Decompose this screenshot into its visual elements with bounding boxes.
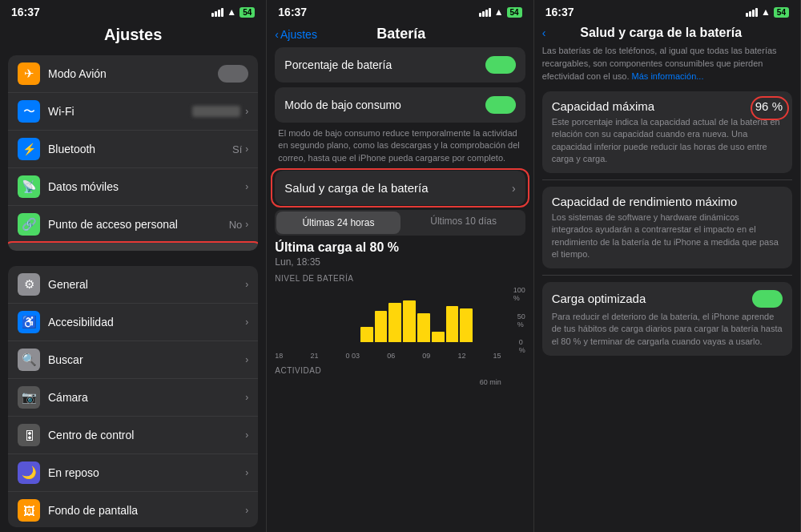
accesibilidad-icon: ♿ — [18, 311, 40, 333]
item-wifi[interactable]: 〜 Wi-Fi › — [8, 93, 258, 131]
rendimiento-desc: Los sistemas de software y hardware diná… — [552, 212, 783, 261]
status-bar-2: 16:37 ▲ 54 — [267, 0, 533, 22]
bluetooth-value: Sí — [232, 143, 242, 155]
item-bateria[interactable]: 🔋 Batería › — [8, 244, 258, 251]
settings-group-top: ✈ Modo Avión 〜 Wi-Fi › ⚡ Bluetooth Sí › … — [8, 55, 258, 251]
time-1: 16:37 — [11, 6, 40, 18]
tab-10d[interactable]: Últimos 10 días — [402, 210, 525, 236]
avion-icon: ✈ — [18, 62, 40, 85]
chart-bars-container — [275, 286, 525, 342]
panel-salud: 16:37 ▲ 54 ‹ Salud y carga de la batería… — [534, 0, 801, 532]
item-fondo[interactable]: 🖼 Fondo de pantalla › — [8, 492, 258, 527]
mas-info-link[interactable]: Más información... — [632, 71, 704, 81]
nav-bar-3: ‹ Salud y carga de la batería — [534, 22, 800, 45]
punto-chevron: › — [245, 219, 248, 230]
chart-50: 50 % — [517, 312, 525, 328]
axis-03: 0 03 — [346, 352, 360, 360]
camara-label: Cámara — [48, 391, 245, 404]
chart-axis: 18 21 0 03 06 09 12 15 — [275, 352, 525, 360]
signal-icon-2 — [479, 8, 491, 17]
control-label: Centro de control — [48, 429, 245, 441]
item-buscar[interactable]: 🔍 Buscar › — [8, 341, 258, 379]
back-label-2: Ajustes — [280, 28, 317, 41]
wifi-icon-item: 〜 — [18, 100, 40, 123]
item-reposo[interactable]: 🌙 En reposo › — [8, 454, 258, 492]
bajo-desc: El modo de bajo consumo reduce temporalm… — [275, 127, 525, 171]
chart-bar-item — [388, 303, 401, 342]
status-bar-3: 16:37 ▲ 54 — [534, 0, 800, 22]
axis-06: 06 — [387, 352, 395, 360]
carga-opt-title: Carga optimizada — [552, 292, 752, 305]
carga-opt-desc: Para reducir el deterioro de la batería,… — [552, 311, 783, 348]
time-tabs: Últimas 24 horas Últimos 10 días — [275, 210, 525, 236]
page-title-salud: Salud y carga de la batería — [545, 26, 776, 40]
chart-bar-item — [446, 306, 459, 343]
rendimiento-title: Capacidad de rendimiento máximo — [552, 195, 783, 208]
fondo-icon: 🖼 — [18, 499, 40, 522]
chart-title: NIVEL DE BATERÍA — [275, 274, 525, 283]
section-carga-opt: Carga optimizada Para reducir el deterio… — [542, 282, 792, 356]
general-icon: ⚙ — [18, 273, 40, 296]
capacidad-max-title: Capacidad máxima — [552, 99, 755, 113]
battery-chart: 100 % 50 % 0 % — [275, 286, 525, 350]
divider-1 — [542, 179, 792, 180]
item-camara[interactable]: 📷 Cámara › — [8, 379, 258, 417]
panel-bateria: 16:37 ▲ 54 ‹ Ajustes Batería Porcentaje … — [267, 0, 533, 532]
buscar-icon: 🔍 — [18, 349, 40, 371]
item-control[interactable]: 🎛 Centro de control › — [8, 417, 258, 454]
chart-bar-item — [417, 313, 430, 342]
battery-icon-2: 54 — [507, 7, 522, 18]
page-title-ajustes: Ajustes — [0, 22, 266, 50]
chart-bar-item — [360, 327, 373, 343]
nav-bar-2: ‹ Ajustes Batería — [267, 22, 533, 47]
porcentaje-toggle[interactable] — [485, 56, 516, 74]
wifi-label: Wi-Fi — [48, 105, 192, 118]
status-bar-1: 16:37 ▲ 54 — [0, 0, 266, 22]
reposo-label: En reposo — [48, 466, 245, 479]
avion-toggle[interactable] — [218, 65, 248, 83]
chart-bar-item — [375, 311, 388, 342]
settings-group-bottom: ⚙ General › ♿ Accesibilidad › 🔍 Buscar ›… — [8, 266, 258, 527]
capacidad-max-desc: Este porcentaje indica la capacidad actu… — [552, 116, 783, 166]
datos-icon: 📡 — [18, 175, 40, 198]
divider-2 — [542, 275, 792, 276]
page-title-bateria: Batería — [317, 26, 485, 42]
bluetooth-label: Bluetooth — [48, 143, 232, 155]
signal-icon — [211, 8, 223, 17]
bluetooth-chevron: › — [245, 143, 248, 155]
accesibilidad-label: Accesibilidad — [48, 316, 245, 328]
battery-icon: 54 — [239, 7, 255, 18]
activity-label: 60 min — [480, 378, 501, 386]
control-icon: 🎛 — [18, 424, 40, 446]
section-rendimiento: Capacidad de rendimiento máximo Los sist… — [542, 187, 792, 269]
chart-bar-item — [460, 308, 473, 342]
wifi-chevron: › — [245, 106, 248, 117]
tab-24h[interactable]: Últimas 24 horas — [276, 212, 400, 234]
item-avion[interactable]: ✈ Modo Avión — [8, 55, 258, 93]
wifi-value-blur — [192, 106, 240, 117]
axis-15: 15 — [493, 352, 501, 360]
row-porcentaje[interactable]: Porcentaje de batería — [275, 47, 525, 83]
datos-label: Datos móviles — [48, 180, 245, 193]
carga-opt-toggle[interactable] — [752, 290, 783, 308]
wifi-icon: ▲ — [227, 6, 236, 18]
item-accesibilidad[interactable]: ♿ Accesibilidad › — [8, 304, 258, 341]
reposo-icon: 🌙 — [18, 461, 40, 484]
row-salud[interactable]: Salud y carga de la batería › — [275, 171, 525, 205]
salud-label: Salud y carga de la batería — [284, 181, 512, 195]
item-bluetooth[interactable]: ⚡ Bluetooth Sí › — [8, 131, 258, 168]
bajo-toggle[interactable] — [485, 96, 516, 114]
bluetooth-icon: ⚡ — [18, 138, 40, 160]
avion-label: Modo Avión — [48, 67, 211, 80]
rendimiento-header: Capacidad de rendimiento máximo — [552, 195, 783, 208]
item-punto[interactable]: 🔗 Punto de acceso personal No › — [8, 206, 258, 244]
bajo-label: Modo de bajo consumo — [284, 99, 485, 111]
battery-icon-3: 54 — [774, 7, 789, 18]
buscar-label: Buscar — [48, 353, 245, 366]
charge-sub: Lun, 18:35 — [275, 256, 525, 268]
item-general[interactable]: ⚙ General › — [8, 266, 258, 304]
back-button-2[interactable]: ‹ Ajustes — [275, 28, 317, 41]
salud-chevron: › — [512, 182, 516, 195]
row-bajo[interactable]: Modo de bajo consumo — [275, 87, 525, 123]
item-datos[interactable]: 📡 Datos móviles › — [8, 168, 258, 206]
